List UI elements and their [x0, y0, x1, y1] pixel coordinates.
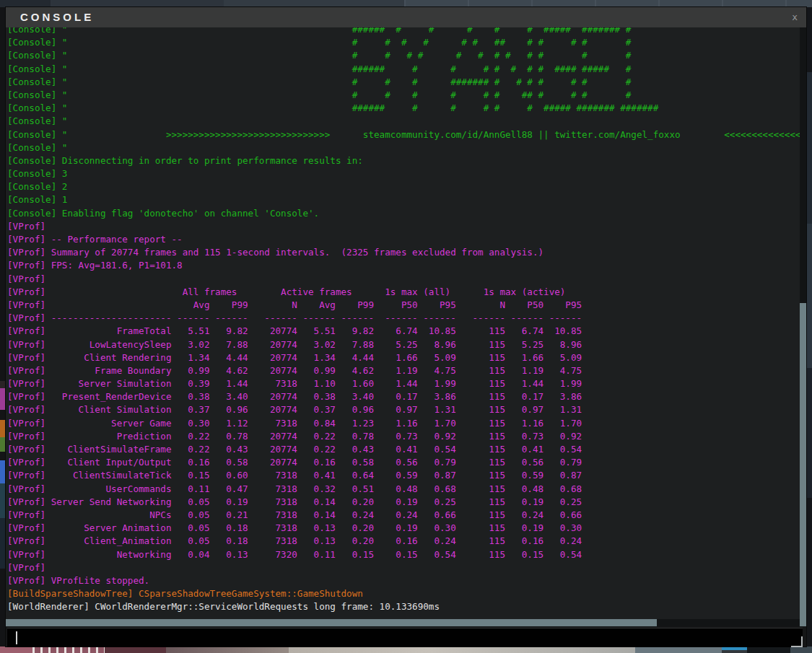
game-background-segment [166, 647, 289, 653]
window-title: CONSOLE [20, 7, 94, 27]
console-line: [Console] 2 [7, 180, 800, 193]
vprof-table-row: [VProf] Prediction 0.22 0.78 20774 0.22 … [7, 430, 800, 443]
console-output[interactable]: [Console] " ###### # # # # # ##### #####… [6, 27, 800, 619]
vprof-table-row: [VProf] FrameTotal 5.51 9.82 20774 5.51 … [7, 325, 800, 338]
console-line: [BuildSparseShadowTree] CSparseShadowTre… [7, 587, 800, 600]
game-background-segment [790, 647, 812, 653]
console-line: [Console] " # # # ####### # # # # # # # [7, 76, 800, 89]
game-background-bottom [0, 647, 812, 653]
console-line: [Console] " ###### # # # # # ##### #####… [7, 102, 800, 115]
game-background-segment [806, 224, 812, 368]
vprof-table-row: [VProf] Frame Boundary 0.99 4.62 20774 0… [7, 364, 800, 377]
console-line: [VProf] [7, 273, 800, 286]
console-line: [Console] 3 [7, 167, 800, 180]
console-input-field[interactable] [7, 628, 803, 647]
console-line: [Console] " [7, 141, 800, 154]
vprof-table-row: [VProf] Client Rendering 1.34 4.44 20774… [7, 351, 800, 364]
game-background-top [0, 0, 812, 7]
game-background-segment [289, 647, 635, 653]
game-background-right-edge [806, 7, 812, 647]
console-line: [Console] " >>>>>>>>>>>>>>>>>>>>>>>>>>>>… [7, 128, 800, 141]
close-icon[interactable]: x [792, 12, 798, 22]
console-line: [Console] " ###### # # # # # ##### #####… [7, 27, 800, 36]
game-background-segment [0, 460, 6, 483]
game-background-segment [105, 647, 166, 653]
game-background-segment [0, 420, 6, 437]
console-line: [Console] " # # # # # # ## # # # # # [7, 36, 800, 49]
console-line: [Console] " [7, 115, 800, 128]
game-background-segment [0, 0, 51, 7]
vprof-table-row: [VProf] Networking 0.04 0.13 7320 0.11 0… [7, 548, 800, 561]
console-window: CONSOLE x [Console] " ###### # # # # # #… [6, 7, 806, 647]
vprof-table-row: [VProf] Client Simulation 0.37 0.96 2077… [7, 403, 800, 416]
vprof-table-row: [VProf] Server Game 0.30 1.12 7318 0.84 … [7, 417, 800, 430]
text-caret [16, 631, 17, 644]
game-background-segment [224, 0, 404, 7]
console-line: [VProf] FPS: Avg=181.6, P1=101.8 [7, 259, 800, 272]
console-line: [WorldRenderer] CWorldRendererMgr::Servi… [7, 600, 800, 613]
game-background-segment [0, 483, 6, 518]
vprof-table-row: [VProf] ClientSimulateFrame 0.22 0.43 20… [7, 443, 800, 456]
vprof-table-row: [VProf] Client Input/Output 0.16 0.58 20… [7, 456, 800, 469]
vprof-table-group-header: [VProf] All frames Active frames 1s max … [7, 286, 800, 299]
game-background-segment [404, 0, 812, 7]
resize-corner-icon[interactable] [791, 636, 803, 647]
vertical-scrollbar-thumb[interactable] [800, 303, 806, 626]
console-log: [Console] " ###### # # # # # ##### #####… [6, 27, 800, 613]
vprof-table-row: [VProf] Present_RenderDevice 0.38 3.40 2… [7, 390, 800, 403]
vprof-table-row: [VProf] LowLatencySleep 3.02 7.88 20774 … [7, 338, 800, 351]
vprof-table-column-header: [VProf] Avg P99 N Avg P99 P50 P95 N P50 … [7, 299, 800, 312]
console-line: [VProf] [7, 561, 800, 574]
console-line: [VProf] [7, 220, 800, 233]
game-background-segment [747, 647, 790, 653]
vprof-table-row: [VProf] Server Simulation 0.39 1.44 7318… [7, 377, 800, 390]
horizontal-scrollbar[interactable] [6, 619, 800, 626]
console-line: [Console] 1 [7, 193, 800, 206]
game-background-segment [806, 72, 812, 224]
game-background-segment [806, 368, 812, 498]
game-background-segment [0, 518, 6, 569]
console-line: [VProf] -- Performance report -- [7, 233, 800, 246]
vprof-table-row: [VProf] ClientSimulateTick 0.15 0.60 731… [7, 469, 800, 482]
game-background-segment [0, 437, 6, 452]
game-background-segment [51, 0, 224, 7]
screen: { "window": { "title": "CONSOLE", "close… [0, 0, 812, 653]
console-input[interactable] [7, 628, 803, 647]
game-background-segment [0, 647, 32, 653]
vprof-table-row: [VProf] UserCommands 0.11 0.47 7318 0.32… [7, 483, 800, 496]
vprof-table-row: [VProf] Server Send Networking 0.05 0.19… [7, 496, 800, 509]
console-line: [VProf] Summary of 20774 frames and 115 … [7, 246, 800, 259]
console-line: [Console] " # # # # # # # # # # # # [7, 49, 800, 62]
game-hud-text-blur [32, 647, 105, 653]
vprof-table-row: [VProf] Client_Animation 0.05 0.18 7318 … [7, 535, 800, 548]
vprof-table-row: [VProf] Server Animation 0.05 0.18 7318 … [7, 522, 800, 535]
console-line: [Console] Disconnecting in order to prin… [7, 154, 800, 167]
console-line: [Console] Enabling flag 'donotecho' on c… [7, 207, 800, 220]
game-background-left-edge [0, 7, 6, 647]
console-line: [VProf] VProfLite stopped. [7, 574, 800, 587]
game-background-segment [0, 388, 6, 410]
console-line: [Console] " # # # # # # ## # # # # [7, 89, 800, 102]
vprof-table-divider: [VProf] ---------------------- ------ --… [7, 312, 800, 325]
vertical-scrollbar[interactable] [800, 27, 806, 626]
vprof-table-row: [VProf] NPCs 0.05 0.21 7318 0.14 0.24 0.… [7, 509, 800, 522]
console-titlebar[interactable]: CONSOLE x [6, 7, 806, 27]
horizontal-scrollbar-thumb[interactable] [6, 619, 657, 626]
game-background-segment [635, 647, 722, 653]
console-line: [Console] " ###### # # # # # # # #### ##… [7, 63, 800, 76]
